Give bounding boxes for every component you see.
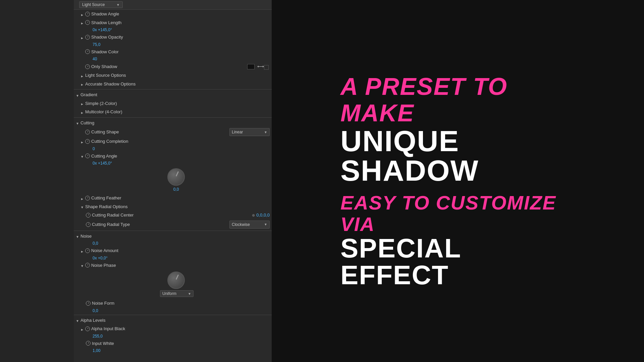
cutting-feather-label: Cutting Feather: [91, 195, 121, 201]
top-bar: Light Source ▼: [74, 0, 272, 10]
alpha-levels-label: Alpha Levels: [80, 317, 105, 324]
simple-2color-label: Simple (2-Color): [85, 100, 117, 107]
cutting-angle-knob[interactable]: [167, 168, 185, 186]
alpha-input-black-value: 255,0: [93, 334, 103, 339]
cutting-radial-type-stopwatch[interactable]: [86, 222, 91, 227]
noise-form-stopwatch[interactable]: [86, 301, 91, 306]
alpha-levels-arrow: ▼: [76, 318, 79, 322]
shadow-length-stopwatch[interactable]: [85, 20, 90, 25]
shadow-length-arrow: ►: [80, 21, 84, 24]
accurate-shadow-options-label: Accurate Shadow Options: [85, 81, 136, 87]
noise-phase-label: Noise Phase: [91, 262, 116, 269]
shadow-length-value: 0x +145,0°: [93, 27, 112, 32]
shadow-opacity-row[interactable]: ► Shadow Opacity: [74, 33, 272, 42]
shadow-length-row[interactable]: ► Shadow Length: [74, 18, 272, 27]
cutting-radial-center-row[interactable]: Cutting Radial Center ⊕ 0,0,0,0: [74, 211, 272, 220]
noise-phase-stopwatch[interactable]: [85, 263, 90, 267]
clockwise-dropdown[interactable]: Clockwise ▼: [229, 221, 270, 229]
noise-form-row[interactable]: Noise Form: [74, 299, 272, 308]
noise-phase-row[interactable]: ▼ Noise Phase: [74, 261, 272, 270]
properties-panel: Light Source ▼ ► Shadow Angle ► Shadow L…: [74, 0, 272, 362]
light-source-dropdown-arrow: ▼: [116, 3, 120, 7]
shadow-color-row[interactable]: ► Shadow Color: [74, 48, 272, 56]
light-source-options-arrow: ►: [80, 74, 84, 77]
multicolor-4color-row[interactable]: ► Multicolor (4-Color): [74, 108, 272, 116]
cutting-radial-type-row[interactable]: Cutting Radial Type Clockwise ▼: [74, 220, 272, 230]
shadow-color-value: 40: [93, 57, 97, 61]
cutting-completion-value-row: 0: [74, 146, 272, 152]
noise-form-dropdown-label: Uniform: [162, 291, 176, 296]
noise-amount-stopwatch[interactable]: [85, 248, 90, 253]
cutting-arrow: ▼: [76, 121, 79, 124]
multicolor-4color-label: Multicolor (4-Color): [85, 109, 122, 115]
light-source-options-row[interactable]: ► Light Source Options: [74, 71, 272, 80]
simple-2color-row[interactable]: ► Simple (2-Color): [74, 99, 272, 108]
cutting-feather-row[interactable]: ► Cutting Feather: [74, 194, 272, 202]
noise-arrow: ▼: [76, 234, 79, 238]
only-shadow-arrow-icon[interactable]: ⟷: [257, 63, 264, 70]
noise-form-label: Noise Form: [92, 300, 114, 307]
cutting-angle-value: 0x +145,0°: [93, 161, 112, 166]
noise-phase-knob[interactable]: [167, 272, 185, 289]
noise-value-row: 0,0: [74, 240, 272, 246]
cutting-angle-stopwatch[interactable]: [85, 154, 90, 158]
only-shadow-row[interactable]: ► Only Shadow ⟷: [74, 62, 272, 71]
left-panel: Light Source ▼ ► Shadow Angle ► Shadow L…: [0, 0, 272, 362]
accurate-shadow-options-row[interactable]: ► Accurate Shadow Options: [74, 80, 272, 88]
shape-radial-options-arrow: ▼: [80, 205, 84, 208]
only-shadow-controls: ⟷: [247, 63, 270, 70]
cutting-completion-value: 0: [93, 146, 95, 151]
noise-val2-row: 0,0: [74, 308, 272, 314]
cutting-completion-row[interactable]: ► Cutting Completion: [74, 137, 272, 146]
preview-line4: EASY TO CUSTOMIZE VIA: [340, 192, 575, 235]
noise-row[interactable]: ▼ Noise: [74, 232, 272, 241]
cutting-angle-knob-value: 0,0: [173, 187, 179, 192]
only-shadow-stopwatch[interactable]: [85, 64, 90, 69]
input-white-label: Input White: [92, 340, 114, 347]
cutting-angle-value-row: 0x +145,0°: [74, 160, 272, 166]
shape-radial-options-row[interactable]: ▼ Shape Radial Options: [74, 202, 272, 211]
alpha-input-black-stopwatch[interactable]: [85, 326, 90, 331]
noise-amount-row[interactable]: ► Noise Amount: [74, 246, 272, 255]
shadow-angle-row[interactable]: ► Shadow Angle: [74, 10, 272, 18]
alpha-levels-row[interactable]: ▼ Alpha Levels: [74, 316, 272, 325]
cutting-row[interactable]: ▼ Cutting: [74, 119, 272, 127]
input-white-row[interactable]: Input White: [74, 339, 272, 348]
cutting-angle-knob-container: 0,0: [80, 166, 272, 194]
light-source-dropdown-label: Light Source: [82, 2, 105, 7]
shadow-length-label: Shadow Length: [91, 19, 121, 26]
light-source-dropdown[interactable]: Light Source ▼: [79, 1, 123, 8]
shadow-opacity-stopwatch[interactable]: [85, 35, 90, 40]
shadow-opacity-arrow: ►: [80, 36, 84, 39]
sep1: [74, 89, 272, 89]
cutting-completion-stopwatch[interactable]: [85, 139, 90, 144]
cutting-shape-dropdown[interactable]: Linear ▼: [229, 128, 270, 136]
noise-phase-knob-container: Uniform ▼: [80, 269, 272, 299]
cutting-radial-center-value: 0,0,0,0: [256, 212, 270, 219]
gradient-row[interactable]: ▼ Gradient: [74, 90, 272, 99]
accurate-shadow-options-arrow: ►: [80, 82, 84, 85]
cutting-radial-center-label: Cutting Radial Center: [92, 212, 133, 219]
cutting-shape-stopwatch[interactable]: [85, 130, 90, 134]
cutting-feather-stopwatch[interactable]: [85, 196, 90, 200]
alpha-input-black-row[interactable]: ► Alpha Input Black: [74, 324, 272, 333]
cutting-radial-center-stopwatch[interactable]: [86, 213, 91, 218]
input-white-stopwatch[interactable]: [86, 341, 91, 346]
noise-form-dropdown[interactable]: Uniform ▼: [160, 290, 194, 297]
noise-val2: 0,0: [93, 308, 98, 313]
sep4: [74, 315, 272, 315]
noise-value: 0,0: [93, 241, 98, 246]
only-shadow-color-swatch[interactable]: [247, 64, 255, 69]
shadow-angle-label: Shadow Angle: [91, 11, 119, 17]
shadow-angle-stopwatch[interactable]: [85, 12, 90, 16]
gradient-label: Gradient: [80, 92, 97, 98]
cutting-angle-row[interactable]: ▼ Cutting Angle: [74, 152, 272, 161]
cutting-shape-dropdown-arrow: ▼: [264, 130, 267, 135]
noise-amount-value-row: 0x +0,0°: [74, 255, 272, 261]
noise-amount-value: 0x +0,0°: [93, 256, 108, 260]
only-shadow-small-color: [264, 65, 269, 70]
shadow-color-stopwatch[interactable]: [85, 49, 90, 54]
cutting-shape-row[interactable]: ► Cutting Shape Linear ▼: [74, 127, 272, 137]
clockwise-dropdown-arrow: ▼: [264, 222, 267, 227]
shadow-opacity-value: 75,0: [93, 42, 100, 47]
